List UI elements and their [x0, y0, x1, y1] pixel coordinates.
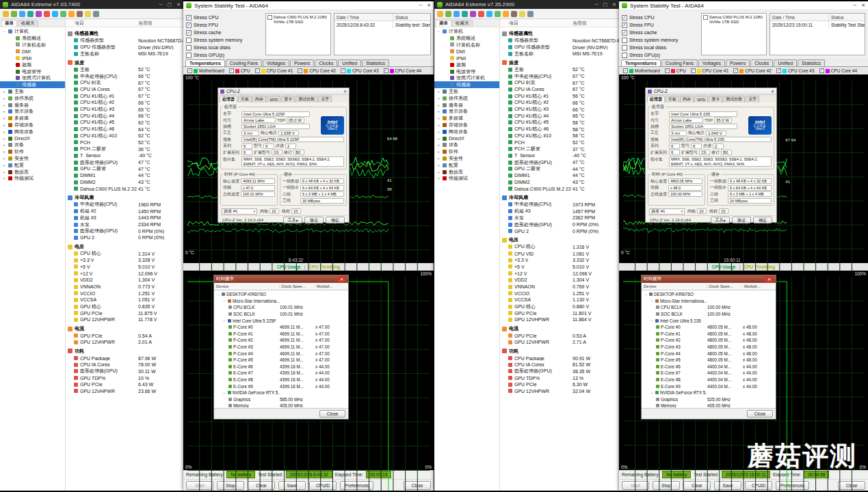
legend-item-cpu-core-4[interactable]: ✓CPU Core #4 [384, 68, 422, 73]
validate-button[interactable]: 验证 [732, 217, 751, 223]
cpuz-tab-4[interactable]: 显卡 [709, 96, 722, 102]
disk-option[interactable]: Dahua C900 PLUS M.2 2280 NVMe 1TB SSD [267, 15, 329, 25]
monitor-icon[interactable] [27, 11, 34, 17]
tree-item-overclock[interactable]: 超频 [434, 62, 499, 68]
tree-item-dmi[interactable]: DMI [434, 48, 499, 55]
tab-unified[interactable]: Unified [338, 59, 361, 66]
chart-icon[interactable] [19, 11, 25, 17]
tools-button[interactable]: 工具 ▾ [711, 217, 730, 223]
maximize-button[interactable]: ▢ [603, 2, 608, 8]
tree-item-overview[interactable]: 系统概述 [0, 35, 65, 42]
cpuz-tab-5[interactable]: 测试分数 [295, 96, 317, 102]
tree-item-benchmark[interactable]: +性能测试 [434, 176, 499, 182]
tree-item-os[interactable]: +操作系统 [0, 95, 65, 102]
ok-button[interactable]: 确定 [753, 217, 772, 223]
disk-option[interactable]: Dahua C900 PLUS M.2 2280 NVMe 1TB SSD [703, 15, 765, 25]
expander-icon[interactable]: − [216, 292, 220, 297]
tree-item-ipmi[interactable]: IPMI [0, 55, 65, 62]
chart-icon[interactable] [453, 11, 460, 17]
stress-option-stress-local-disks[interactable]: Stress local disks [622, 44, 698, 51]
tree-item-server[interactable]: +服务器 [434, 102, 499, 109]
legend-item-cpu-core-3[interactable]: ✓CPU Core #3 [776, 68, 815, 73]
legend-item-motherboard[interactable]: ✓Motherboard [623, 68, 660, 73]
checkbox-icon[interactable]: ✓ [186, 30, 192, 36]
tree-item-display[interactable]: +显示设备 [0, 109, 65, 115]
tree-item-computer[interactable]: −计算机 [0, 28, 65, 35]
ok-button[interactable]: 确定 [326, 217, 345, 223]
tree-item-name[interactable]: 计算机名称 [434, 42, 499, 49]
file-icon[interactable] [3, 11, 9, 17]
info-icon[interactable] [503, 11, 509, 17]
database-icon[interactable] [36, 11, 42, 17]
close-button[interactable]: ✕ [861, 3, 865, 8]
tree-item-laptop[interactable]: 便携式计算机 [434, 75, 499, 82]
minimize-button[interactable]: ─ [159, 2, 163, 8]
favorites-icon[interactable] [85, 11, 91, 17]
checkbox-icon[interactable] [186, 53, 192, 58]
checkbox-icon[interactable]: ✓ [733, 68, 738, 73]
tree-item-ipmi[interactable]: IPMI [434, 55, 499, 62]
cpuz-tab-0[interactable]: 处理器 [220, 96, 237, 102]
stress-option-stress-cache[interactable]: ✓Stress cache [186, 29, 263, 36]
tree-item-security[interactable]: +安全性 [0, 155, 65, 162]
checkbox-icon[interactable]: ✓ [187, 68, 192, 73]
tree-item-network[interactable]: +网络设备 [434, 128, 499, 135]
checkbox-icon[interactable] [622, 45, 627, 51]
tree-item-storage[interactable]: +存储设备 [434, 122, 499, 128]
legend-item-cpu[interactable]: ✓CPU [665, 68, 686, 73]
checkbox-icon[interactable]: ✓ [819, 68, 824, 73]
checkbox-icon[interactable] [703, 15, 708, 20]
checkbox-icon[interactable]: ✓ [298, 68, 302, 73]
file-icon[interactable] [437, 11, 443, 17]
close-button[interactable]: ✕ [612, 2, 616, 8]
tree-item-laptop[interactable]: 便携式计算机 [0, 75, 65, 82]
cpuz-tab-6[interactable]: 关于 [318, 96, 332, 102]
favorites-icon[interactable] [519, 11, 525, 17]
legend-item-cpu-core-1[interactable]: ✓CPU Core #1 [691, 68, 729, 73]
tree-item-power[interactable]: 电源管理 [0, 68, 65, 75]
tab-powers[interactable]: Powers [726, 59, 750, 66]
cpuz-tab-1[interactable]: 主板 [666, 96, 679, 102]
tab-temperatures[interactable]: Temperatures [621, 59, 661, 66]
checkbox-icon[interactable] [267, 15, 272, 20]
cpuz-tab-6[interactable]: 关于 [746, 96, 759, 102]
tools-button[interactable]: 工具 ▾ [283, 217, 302, 223]
tab-cooling-fans[interactable]: Cooling Fans [226, 59, 262, 66]
cpuz-tab-1[interactable]: 主板 [238, 96, 252, 102]
expander-icon[interactable]: − [650, 391, 654, 395]
stress-option-stress-fpu[interactable]: ✓Stress FPU [186, 21, 263, 29]
tree-item-config[interactable]: +配置 [434, 162, 499, 169]
tree-item-database[interactable]: +数据库 [434, 169, 499, 176]
nav-tab-item[interactable]: 菜单 [1, 20, 17, 27]
checkbox-icon[interactable]: ✓ [255, 68, 260, 73]
search-icon[interactable] [93, 11, 99, 17]
checkbox-icon[interactable]: ✓ [341, 68, 345, 73]
checkbox-icon[interactable] [622, 38, 627, 43]
tree-item-software[interactable]: +软件 [0, 148, 65, 155]
legend-item-cpu-core-2[interactable]: ✓CPU Core #2 [733, 68, 772, 73]
report-icon[interactable] [445, 11, 451, 17]
tab-statistics[interactable]: Statistics [798, 59, 825, 66]
close-button[interactable]: ✕ [176, 2, 181, 8]
expander-icon[interactable]: − [650, 299, 654, 303]
nav-tab-item[interactable]: 菜单 [436, 20, 451, 27]
settings-icon[interactable] [478, 11, 484, 17]
tree-item-sensor[interactable]: 传感器 [0, 81, 65, 88]
tree-item-multimedia[interactable]: +多媒体 [0, 115, 65, 122]
socket-select[interactable]: 插座 #1▾ [649, 208, 685, 215]
tree-item-config[interactable]: +配置 [0, 162, 65, 169]
legend-item-cpu-core-2[interactable]: ✓CPU Core #2 [298, 68, 336, 73]
cpuz-tab-5[interactable]: 测试分数 [723, 96, 745, 102]
info-icon[interactable] [68, 11, 75, 17]
cpuz-tab-3[interactable]: SPD [694, 96, 708, 102]
stress-option-stress-cpu[interactable]: ✓Stress CPU [186, 14, 263, 21]
checkbox-icon[interactable]: ✓ [622, 23, 627, 28]
tree-item-display[interactable]: +显示设备 [434, 109, 499, 115]
checkbox-icon[interactable]: ✓ [186, 15, 192, 20]
legend-item-motherboard[interactable]: ✓Motherboard [187, 68, 224, 73]
stress-option-stress-cache[interactable]: ✓Stress cache [622, 29, 698, 36]
checkbox-icon[interactable]: ✓ [691, 68, 696, 73]
stress-option-stress-local-disks[interactable]: Stress local disks [186, 44, 263, 51]
monitor-icon[interactable] [462, 11, 468, 17]
stress-option-stress-system-memory[interactable]: Stress system memory [622, 36, 698, 44]
